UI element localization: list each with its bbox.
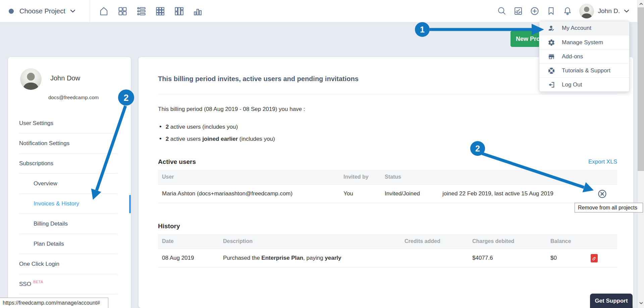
bullet-active-users: 2 active users (includes you) xyxy=(159,121,617,133)
quick-add-icon[interactable] xyxy=(530,6,539,16)
widget-board-icon[interactable] xyxy=(174,6,184,16)
annotation-badge-1-number: 1 xyxy=(420,25,425,34)
sidebar-item-label: One Click Login xyxy=(19,261,59,267)
get-support-button[interactable]: Get Support xyxy=(590,294,633,308)
status-bar-url: https://freedcamp.com/manage/account# xyxy=(0,298,108,308)
date-cell: 08 Aug 2019 xyxy=(158,255,223,261)
bullet-joined-earlier: 2 active users joined earlier (includes … xyxy=(159,133,617,145)
menu-item-label: My Account xyxy=(562,25,591,32)
active-users-table: User Invited by Status Maria Ashton (doc… xyxy=(158,170,617,203)
sidebar-item-label: Subscriptions xyxy=(19,160,53,167)
table-row: Maria Ashton (docs+mariaashton@freedcamp… xyxy=(158,185,617,203)
scrollbar-thumb[interactable] xyxy=(638,7,644,171)
export-xls-link[interactable]: Export XLS xyxy=(588,159,617,165)
store-icon xyxy=(548,53,555,60)
apps-grid-icon[interactable] xyxy=(155,6,165,16)
chevron-down-icon[interactable] xyxy=(70,8,75,14)
annotation-badge-1 xyxy=(415,22,430,37)
billing-content-card: This billing period invites, active user… xyxy=(139,57,633,308)
user-name-label[interactable]: John D. xyxy=(598,7,620,15)
sidebar-item-notification-settings[interactable]: Notification Settings xyxy=(8,133,131,153)
user-menu-trigger[interactable]: John D. xyxy=(579,4,629,18)
scroll-up-arrow-icon[interactable] xyxy=(638,1,644,7)
profile-name: John Dow xyxy=(50,74,80,82)
menu-item-label: Tutorials & Support xyxy=(562,67,610,74)
menu-item-my-account[interactable]: My Account xyxy=(539,21,629,35)
help-buoy-icon xyxy=(548,67,555,74)
table-row: 08 Aug 2019 Purchased the Enterprise Pla… xyxy=(158,249,617,267)
column-header-description: Description xyxy=(223,238,405,244)
description-cell: Purchased the Enterprise Plan, paying ye… xyxy=(223,255,405,261)
sidebar-item-sso[interactable]: SSO BETA xyxy=(8,274,131,294)
profile-email: docs@freedcamp.com xyxy=(48,95,99,100)
gear-icon xyxy=(548,39,555,46)
menu-item-tutorials-support[interactable]: Tutorials & Support xyxy=(539,63,629,77)
column-header-user: User xyxy=(158,174,343,180)
sidebar-item-plan-details[interactable]: Plan Details xyxy=(8,234,131,254)
tasks-list-icon[interactable] xyxy=(136,6,147,16)
user-edit-icon xyxy=(548,24,555,32)
user-cell: Maria Ashton (docs+mariaashton@freedcamp… xyxy=(158,190,343,197)
active-item-indicator xyxy=(129,195,131,213)
sidebar-item-label: Billing Details xyxy=(34,221,68,227)
menu-item-add-ons[interactable]: Add-ons xyxy=(539,49,629,63)
user-dropdown-menu: My Account Manage System Add-ons Tutoria… xyxy=(539,21,630,92)
balance-cell: $0 xyxy=(550,255,587,261)
notifications-bell-icon[interactable] xyxy=(563,6,572,16)
charges-cell: $4077.6 xyxy=(472,255,550,261)
sidebar-item-label: SSO xyxy=(19,281,31,288)
top-bar: Choose Project xyxy=(0,0,644,22)
activity-cell: joined 22 Feb 2019, last active 15 Aug 2… xyxy=(442,190,598,197)
invited-by-cell: You xyxy=(343,190,385,197)
page-scrollbar[interactable] xyxy=(637,0,644,308)
sidebar-item-invoices-history[interactable]: Invoices & History xyxy=(8,194,131,214)
sidebar-item-overview[interactable]: Overview xyxy=(8,174,131,194)
sidebar-item-label: Plan Details xyxy=(34,241,64,247)
project-selector[interactable]: Choose Project xyxy=(19,7,65,15)
profile-avatar xyxy=(20,68,42,90)
history-table: Date Description Credits added Charges d… xyxy=(158,234,617,267)
column-header-charges: Charges debited xyxy=(472,238,550,244)
history-heading: History xyxy=(158,223,180,230)
beta-badge: BETA xyxy=(33,280,43,284)
sidebar-item-billing-details[interactable]: Billing Details xyxy=(8,214,131,234)
user-avatar[interactable] xyxy=(579,4,594,18)
column-header-status: Status xyxy=(385,174,442,180)
my-tasks-icon[interactable] xyxy=(514,6,523,16)
profile-block: John Dow docs@freedcamp.com xyxy=(8,57,131,113)
billing-period-line: This billing period (08 Aug 2019 - 08 Se… xyxy=(158,106,617,113)
sidebar-item-label: Overview xyxy=(34,180,57,187)
download-pdf-button[interactable] xyxy=(587,254,617,262)
sidebar-item-subscriptions[interactable]: Subscriptions xyxy=(8,153,131,174)
billing-bullets: 2 active users (includes you) 2 active u… xyxy=(159,121,617,145)
menu-item-manage-system[interactable]: Manage System xyxy=(539,35,629,49)
column-header-date: Date xyxy=(158,238,223,244)
home-icon[interactable] xyxy=(99,6,109,16)
topbar-divider xyxy=(90,0,90,22)
reports-chart-icon[interactable] xyxy=(193,6,203,16)
menu-item-log-out[interactable]: Log Out xyxy=(539,77,629,91)
sidebar-item-label: Notification Settings xyxy=(19,140,69,147)
freedcamp-account-page: Choose Project xyxy=(0,0,644,308)
chevron-down-icon[interactable] xyxy=(624,8,629,14)
bookmarks-icon[interactable] xyxy=(546,6,556,16)
menu-item-label: Log Out xyxy=(562,81,582,88)
search-icon[interactable] xyxy=(497,6,506,16)
sidebar-item-user-settings[interactable]: User Settings xyxy=(8,113,131,133)
title-divider xyxy=(158,94,617,94)
sidebar-item-label: Invoices & History xyxy=(34,200,79,207)
sidebar-item-label: User Settings xyxy=(19,120,53,127)
active-users-heading: Active users xyxy=(158,158,196,166)
remove-tooltip: Remove from all projects xyxy=(575,203,643,212)
menu-item-label: Manage System xyxy=(562,39,603,46)
scroll-down-arrow-icon[interactable] xyxy=(638,300,644,306)
column-header-balance: Balance xyxy=(550,238,587,244)
status-cell: Invited/Joined xyxy=(385,190,442,197)
remove-user-button[interactable] xyxy=(598,189,617,198)
column-header-invited-by: Invited by xyxy=(343,174,385,180)
dashboard-grid-icon[interactable] xyxy=(117,6,128,16)
column-header-credits: Credits added xyxy=(405,238,472,244)
account-sidebar: John Dow docs@freedcamp.com User Setting… xyxy=(8,57,131,308)
sidebar-item-one-click-login[interactable]: One Click Login xyxy=(8,254,131,274)
project-status-dot-icon xyxy=(9,9,14,14)
